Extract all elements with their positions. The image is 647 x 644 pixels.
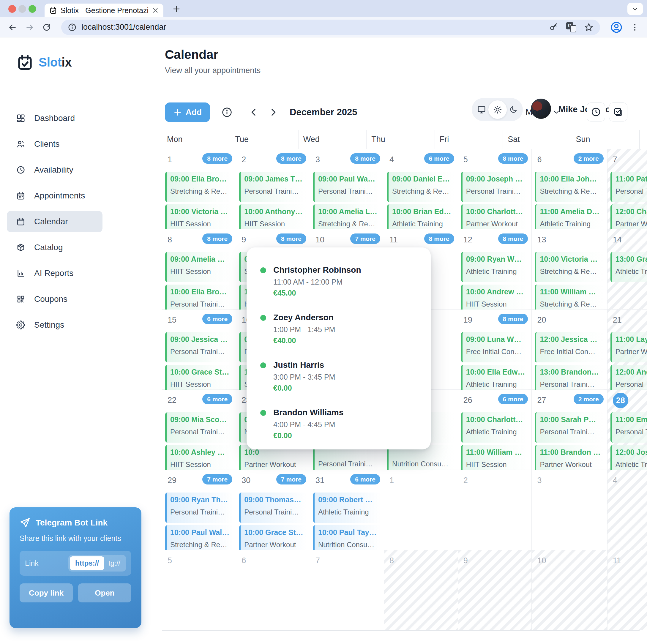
event-chip[interactable]: 09:00 Robert …Athletic Training bbox=[313, 493, 381, 523]
event-chip[interactable]: 09:00 Thomas…Personal Traini… bbox=[239, 493, 307, 523]
sidebar-item-appointments[interactable]: Appointments bbox=[7, 185, 102, 206]
calendar-day-cell[interactable]: 3 bbox=[532, 470, 607, 550]
event-chip[interactable]: 09:00 Ryan Th…Personal Traini… bbox=[165, 493, 233, 523]
calendar-day-cell[interactable]: 62 more10:00 Ella Joh…Stretching & Re…11… bbox=[532, 149, 607, 229]
more-events-badge[interactable]: 6 more bbox=[350, 474, 380, 485]
new-tab-button[interactable] bbox=[172, 5, 181, 13]
appointment-list-item[interactable]: Christopher Robinson11:00 AM - 12:00 PM€… bbox=[260, 265, 419, 297]
sidebar-item-coupons[interactable]: Coupons bbox=[7, 288, 102, 310]
time-view-button[interactable] bbox=[587, 102, 605, 122]
tab-close-icon[interactable] bbox=[152, 7, 159, 14]
sidebar-item-dashboard[interactable]: Dashboard bbox=[7, 108, 102, 129]
event-chip[interactable]: 10:00 Charlott…Athletic Training bbox=[461, 412, 529, 443]
more-events-badge[interactable]: 6 more bbox=[424, 153, 454, 164]
protocol-tg-option[interactable]: tg:// bbox=[104, 556, 125, 570]
more-events-badge[interactable]: 6 more bbox=[202, 314, 232, 324]
calendar-day-cell[interactable]: 2012:00 Jessica …Free Initial Con…13:00 … bbox=[532, 309, 607, 390]
calendar-day-cell[interactable]: 11 bbox=[607, 550, 647, 630]
app-logo[interactable]: Slotix bbox=[17, 54, 72, 71]
add-appointment-button[interactable]: Add bbox=[165, 102, 210, 122]
calendar-day-cell[interactable]: 6 bbox=[236, 550, 310, 630]
calendar-day-cell[interactable]: 198 more09:00 Luna W…Free Initial Con…10… bbox=[458, 309, 532, 390]
calendar-day-cell[interactable]: 316 more09:00 Robert …Athletic Training1… bbox=[310, 470, 384, 550]
more-events-badge[interactable]: 8 more bbox=[498, 314, 528, 324]
calendar-day-cell[interactable]: 226 more09:00 Mia Sco…Personal Traini…10… bbox=[162, 390, 236, 470]
event-chip[interactable]: 10:00 Sarah P…Personal Traini… bbox=[535, 412, 604, 443]
calendar-day-cell[interactable]: 1413:00 Grace St…Athletic Training bbox=[607, 229, 647, 309]
event-chip[interactable]: 09:00 Jessica …Personal Traini… bbox=[165, 332, 233, 362]
calendar-day-cell[interactable]: 10 bbox=[532, 550, 607, 630]
previous-month-chevron-left-icon[interactable] bbox=[248, 107, 259, 117]
calendar-day-cell[interactable]: 281 more11:00 Emma B…Personal Traini…12:… bbox=[607, 390, 647, 470]
sidebar-item-catalog[interactable]: Catalog bbox=[7, 237, 102, 258]
event-chip[interactable]: 10:00 Ella Joh…Stretching & Re… bbox=[535, 172, 604, 202]
more-events-badge[interactable]: 7 more bbox=[276, 474, 306, 485]
event-chip[interactable]: 09:00 Mia Sco…Personal Traini… bbox=[165, 412, 233, 443]
sidebar-item-ai-reports[interactable]: AI Reports bbox=[7, 263, 102, 284]
open-link-button[interactable]: Open bbox=[78, 583, 131, 602]
event-chip[interactable]: 13:00 Grace St…Athletic Training bbox=[610, 252, 647, 282]
tab-search-button[interactable] bbox=[627, 3, 643, 15]
calendar-day-cell[interactable]: 8 bbox=[384, 550, 458, 630]
appointment-list-item[interactable]: Zoey Anderson1:00 PM - 1:45 PM€40.00 bbox=[260, 313, 419, 345]
more-events-badge[interactable]: 8 more bbox=[202, 233, 232, 244]
more-events-badge[interactable]: 8 more bbox=[424, 233, 454, 244]
calendar-day-cell[interactable]: 2 bbox=[458, 470, 532, 550]
event-chip[interactable]: 09:00 Joseph …Personal Traini… bbox=[461, 172, 529, 202]
appointment-list-item[interactable]: Brandon Williams4:00 PM - 4:45 PM€0.00 bbox=[260, 408, 419, 440]
calendar-day-cell[interactable]: 38 more09:00 Paul Wa…Personal Traini…10:… bbox=[310, 149, 384, 229]
close-window-button[interactable] bbox=[8, 5, 16, 13]
reload-button[interactable] bbox=[42, 23, 51, 32]
event-chip[interactable]: 11:00 Emma B…Personal Traini… bbox=[610, 412, 647, 443]
event-chip[interactable]: 11:00 Layla Mo…Partner Workout bbox=[610, 332, 647, 362]
zoom-window-button[interactable] bbox=[28, 5, 36, 13]
calendar-day-cell[interactable]: 18 more09:00 Ella Bro…Stretching & Re…10… bbox=[162, 149, 236, 229]
more-events-badge[interactable]: 8 more bbox=[498, 233, 528, 244]
event-chip[interactable]: 12:00 Jessica …Free Initial Con… bbox=[535, 332, 604, 362]
event-chip[interactable]: 09:00 Luna W…Free Initial Con… bbox=[461, 332, 529, 362]
event-chip[interactable]: 09:00 Paul Wa…Personal Traini… bbox=[313, 172, 381, 202]
tasks-view-button[interactable] bbox=[609, 102, 627, 122]
calendar-day-cell[interactable]: 7 bbox=[310, 550, 384, 630]
calendar-day-cell[interactable]: 1 bbox=[384, 470, 458, 550]
calendar-day-cell[interactable]: 307 more09:00 Thomas…Personal Traini…10:… bbox=[236, 470, 310, 550]
appointment-list-item[interactable]: Justin Harris3:00 PM - 3:45 PM€0.00 bbox=[260, 360, 419, 392]
event-chip[interactable]: 11:00 Patrick B…Personal Traini… bbox=[610, 172, 647, 202]
calendar-day-cell[interactable]: 5 bbox=[162, 550, 236, 630]
copy-link-button[interactable]: Copy link bbox=[20, 583, 73, 602]
more-events-badge[interactable]: 8 more bbox=[276, 153, 306, 164]
protocol-https-option[interactable]: https:// bbox=[70, 556, 104, 570]
calendar-day-cell[interactable]: 88 more09:00 Amelia …HIIT Session10:00 E… bbox=[162, 229, 236, 309]
more-events-badge[interactable]: 7 more bbox=[350, 233, 380, 244]
site-info-icon[interactable] bbox=[68, 23, 77, 32]
event-chip[interactable]: 09:00 Ryan W…Athletic Training bbox=[461, 252, 529, 282]
minimize-window-button[interactable] bbox=[18, 5, 26, 13]
calendar-day-cell[interactable]: 9 bbox=[458, 550, 532, 630]
back-button[interactable] bbox=[8, 22, 17, 32]
calendar-day-cell[interactable]: 58 more09:00 Joseph …Personal Traini…10:… bbox=[458, 149, 532, 229]
more-events-badge[interactable]: 7 more bbox=[202, 474, 232, 485]
event-chip[interactable]: 10:00 Victoria …Stretching & Re… bbox=[535, 252, 604, 282]
next-month-chevron-right-icon[interactable] bbox=[268, 107, 278, 117]
calendar-day-cell[interactable]: 156 more09:00 Jessica …Personal Traini…1… bbox=[162, 309, 236, 390]
calendar-day-cell[interactable]: 28 more09:00 James T…Personal Traini…10:… bbox=[236, 149, 310, 229]
calendar-day-cell[interactable]: 211 more11:00 Layla Mo…Partner Workout12… bbox=[607, 309, 647, 390]
address-bar[interactable]: localhost:3001/calendar G bbox=[61, 20, 600, 35]
translate-icon[interactable]: G bbox=[566, 22, 576, 32]
event-chip[interactable]: 09:00 James T…Personal Traini… bbox=[239, 172, 307, 202]
event-chip[interactable]: 09:00 Daniel E…Stretching & Re… bbox=[387, 172, 455, 202]
sidebar-item-clients[interactable]: Clients bbox=[7, 133, 102, 155]
sidebar-item-settings[interactable]: Settings bbox=[7, 314, 102, 336]
more-events-badge[interactable]: 2 more bbox=[574, 394, 603, 404]
calendar-day-cell[interactable]: 297 more09:00 Ryan Th…Personal Traini…10… bbox=[162, 470, 236, 550]
calendar-day-cell[interactable]: 128 more09:00 Ryan W…Athletic Training10… bbox=[458, 229, 532, 309]
more-events-badge[interactable]: 8 more bbox=[498, 153, 528, 164]
calendar-day-cell[interactable]: 266 more10:00 Charlott…Athletic Training… bbox=[458, 390, 532, 470]
info-icon[interactable] bbox=[221, 106, 233, 118]
more-events-badge[interactable]: 8 more bbox=[202, 153, 232, 164]
event-chip[interactable]: 09:00 Amelia …HIIT Session bbox=[165, 252, 233, 282]
calendar-day-cell[interactable]: 711:00 Patrick B…Personal Traini…12:00 C… bbox=[607, 149, 647, 229]
bookmark-star-icon[interactable] bbox=[584, 22, 593, 32]
more-events-badge[interactable]: 6 more bbox=[498, 394, 528, 404]
forward-button[interactable] bbox=[25, 22, 34, 32]
